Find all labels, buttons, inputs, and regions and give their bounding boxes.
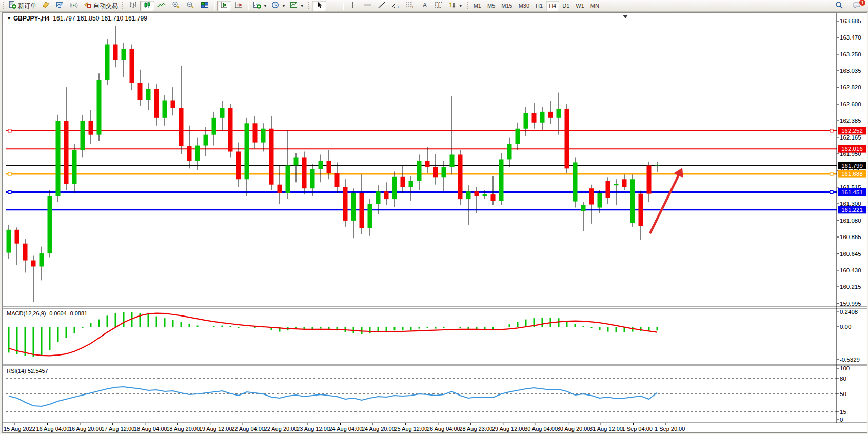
candle-bear: [532, 113, 537, 123]
candle-bull: [261, 129, 266, 143]
timeframe-h4[interactable]: H4: [546, 1, 559, 11]
price-tick: 160.430: [840, 267, 861, 273]
toolbar-grip[interactable]: [3, 2, 5, 10]
vertical-line-button[interactable]: [346, 1, 360, 11]
text-label-icon: T: [435, 1, 443, 10]
time-label: 28 Aug 23:00: [459, 426, 492, 432]
candle-bear: [433, 167, 438, 177]
timeframe-m1[interactable]: M1: [470, 1, 484, 11]
timeframe-m15[interactable]: M15: [498, 1, 515, 11]
time-label: 29 Aug 12:00: [492, 426, 525, 432]
arrows-icon: [448, 1, 457, 10]
book-icon: [42, 1, 50, 10]
timeframe-m5[interactable]: M5: [484, 1, 498, 11]
candle-bear: [302, 157, 307, 188]
price-badge-text: 161.221: [841, 207, 863, 213]
candle-bull: [97, 80, 102, 134]
tile-windows-button[interactable]: [198, 1, 212, 11]
line-handle[interactable]: [830, 191, 833, 194]
zoom-out-button[interactable]: [183, 1, 198, 11]
candle-bear: [179, 108, 184, 146]
search-button[interactable]: [832, 1, 846, 11]
candlestick-chart-icon: [143, 1, 151, 10]
fibonacci-button[interactable]: F: [403, 1, 418, 11]
price-tick: 160.865: [840, 234, 861, 240]
candle-bull: [368, 204, 372, 228]
timeframe-d1[interactable]: D1: [559, 1, 573, 11]
line-handle[interactable]: [8, 191, 11, 194]
horizontal-line-button[interactable]: [360, 1, 374, 11]
signal-button[interactable]: [67, 1, 82, 11]
candle-bear: [360, 193, 364, 228]
timeframe-m30[interactable]: M30: [516, 1, 532, 11]
notifications-button[interactable]: 1: [850, 1, 864, 11]
toolbar-grip[interactable]: [308, 2, 310, 10]
time-label: 22 Aug 04:00: [231, 426, 265, 432]
candle-bear: [113, 45, 118, 60]
price-badge-text: 161.688: [841, 171, 863, 177]
candlestick-chart-button[interactable]: [140, 1, 154, 11]
candle-bull: [204, 135, 208, 146]
text-label-button[interactable]: T: [432, 1, 446, 11]
candle-bull: [598, 193, 602, 207]
toolbar-grip[interactable]: [122, 2, 124, 10]
macd-tick: -0.5329: [840, 357, 860, 363]
line-handle[interactable]: [8, 129, 11, 132]
line-handle[interactable]: [8, 172, 11, 175]
template-icon: [290, 1, 298, 10]
text-button[interactable]: A: [418, 1, 432, 11]
add-indicator-button[interactable]: ▼: [251, 1, 269, 11]
line-chart-button[interactable]: [154, 1, 169, 11]
candle-bear: [335, 173, 340, 187]
vertical-line-icon: [350, 1, 356, 10]
period-button[interactable]: ▼: [269, 1, 288, 11]
price-badge-text: 162.252: [841, 128, 863, 134]
timeframe-w1[interactable]: W1: [573, 1, 587, 11]
add-indicator-icon: [253, 1, 261, 10]
toolbar-grip[interactable]: [466, 2, 469, 10]
new-order-label: 新订单: [18, 2, 36, 10]
candle-bull: [409, 181, 413, 187]
time-label: 24 Aug 04:00: [329, 426, 363, 432]
search-icon: [835, 1, 843, 11]
equidistant-channel-button[interactable]: E: [389, 1, 403, 11]
chart-shift-button[interactable]: [231, 1, 246, 11]
zoom-in-button[interactable]: [169, 1, 183, 11]
time-label: 16 Aug 20:00: [69, 426, 102, 432]
candle-bull: [286, 165, 290, 193]
time-label: 18 Aug 20:00: [166, 426, 200, 432]
candle-bull: [557, 109, 561, 118]
bar-chart-button[interactable]: [126, 1, 140, 11]
candle-bear: [606, 181, 610, 198]
price-tick: 163.035: [840, 68, 861, 74]
candle-bear: [565, 109, 569, 168]
candle-bear: [425, 161, 430, 167]
timeframe-mn[interactable]: MN: [587, 1, 602, 11]
trendline-button[interactable]: [374, 1, 389, 11]
chart-window-button[interactable]: [53, 1, 67, 11]
time-label: 25 Aug 12:00: [394, 426, 427, 432]
auto-trading-button[interactable]: 自动交易: [82, 1, 120, 11]
line-handle[interactable]: [830, 129, 833, 132]
timeframe-h1[interactable]: H1: [532, 1, 546, 11]
template-button[interactable]: ▼: [288, 1, 306, 11]
price-tick: 160.645: [840, 251, 861, 257]
arrows-button[interactable]: ▼: [446, 1, 465, 11]
chart-window[interactable]: 163.685163.470163.250163.035162.820162.6…: [2, 12, 867, 433]
market-watch-button[interactable]: [38, 1, 53, 11]
main-toolbar: 新订单 自动交易: [0, 0, 868, 12]
price-tick: 163.250: [840, 51, 861, 57]
cursor-button[interactable]: [312, 1, 326, 11]
candle-bull: [614, 184, 619, 185]
fibonacci-icon: F: [406, 1, 415, 10]
candle-bear: [64, 121, 69, 184]
candle-bear: [15, 230, 19, 244]
crosshair-button[interactable]: [326, 1, 341, 11]
auto-scroll-button[interactable]: [217, 1, 231, 11]
new-order-button[interactable]: 新订单: [7, 1, 38, 11]
price-tick: 162.385: [840, 117, 861, 124]
chart-surface[interactable]: 163.685163.470163.250163.035162.820162.6…: [3, 13, 867, 432]
line-handle[interactable]: [830, 172, 833, 175]
svg-text:F: F: [412, 5, 415, 9]
macd-tick: 0.00: [840, 324, 851, 330]
